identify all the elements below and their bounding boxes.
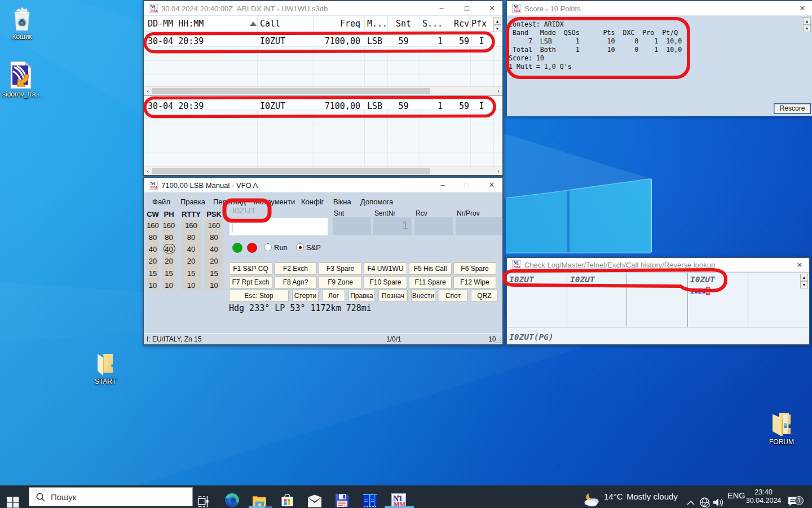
fkey-f9[interactable]: F9 Zone [319,276,362,288]
log-col-rcv[interactable]: Rcv [422,16,469,32]
log-table-header[interactable]: DD-MM HH:MM Call Freq M... Snt S... Rcv … [144,16,502,32]
log-hscrollbar-1[interactable]: ‹ › [144,86,502,95]
fkey-f3[interactable]: F3 Spare [319,262,362,275]
snt-field[interactable] [333,217,371,235]
band-option[interactable]: 160 [147,221,159,230]
edge-browser-icon[interactable] [224,489,240,508]
desktop-icon-sidorov-file[interactable]: sidorov_tra... [2,61,39,98]
band-option[interactable]: 20 [147,257,159,265]
resize-grip-icon[interactable] [495,337,502,344]
fkey-f4[interactable]: F4 UW1WU [364,262,407,275]
band-column-rtty[interactable]: 160 80 40 20 15 10 [181,220,201,290]
entry-window-titlebar[interactable]: N1 + MM 7100,00 LSB Manual - VFO A – □ ✕ [144,178,502,192]
band-option[interactable]: 160 [162,221,175,230]
fkey-f6[interactable]: F6 Spare [453,262,496,275]
band-option[interactable]: 40 [205,245,223,253]
log-pane-2[interactable]: 30-04 20:39 I0ZUT 7100,00 LSB 59 1 59 I [144,96,502,167]
scroll-down-icon[interactable]: ▼ [493,25,501,32]
log-window-titlebar[interactable]: N1 + MM 30.04.2024 20:40:00Z ARI DX INT … [144,1,502,16]
scroll-down-icon[interactable]: ▼ [803,25,811,32]
log-col-mode[interactable]: M... [367,16,386,32]
log-col-freq[interactable]: Freq [315,16,360,32]
volume-icon[interactable] [713,491,725,508]
fkey-f12[interactable]: F12 Wipe [453,276,496,288]
band-option[interactable]: 10 [162,281,175,290]
desktop-icon-forum-folder[interactable]: FORUM [764,412,799,446]
check-log-call[interactable]: I0ZUT [509,275,534,284]
scroll-up-icon[interactable]: ▲ [493,17,501,25]
band-option[interactable]: 10 [181,281,201,290]
qrz-button[interactable]: QRZ [471,290,498,302]
band-column-psk[interactable]: 160 80 40 20 15 10 [205,220,223,290]
tray-chevron-icon[interactable] [686,492,695,508]
check-master-call[interactable]: I0ZUT [570,275,595,284]
weather-icon[interactable] [583,489,601,508]
start-button[interactable] [7,491,19,508]
scroll-right-icon[interactable]: › [495,87,502,95]
band-option[interactable]: 80 [147,233,159,242]
band-option[interactable]: 10 [147,281,159,290]
menu-windows[interactable]: Вікна [333,198,351,206]
desktop-icon-recycle-bin[interactable]: ♻ Кошик [5,6,39,41]
entry-minimize-button[interactable]: – [434,178,451,192]
scroll-up-icon[interactable]: ▲ [800,274,808,281]
floppy-app-icon[interactable]: 51 [335,489,350,508]
run-radio[interactable] [264,243,272,251]
menu-help[interactable]: Допомога [360,198,393,206]
callsign-input[interactable] [230,218,328,235]
fkey-f10[interactable]: F10 Spare [364,276,407,288]
fkey-f8[interactable]: F8 Agn? [274,276,317,288]
sentnr-field[interactable]: 1 [373,217,412,235]
band-option[interactable]: 80 [181,233,201,242]
check-window-titlebar[interactable]: N1 + MM Check Log/Master/Telnet/Exch/Cal… [507,258,809,272]
band-option[interactable]: 10 [205,281,223,290]
score-close-button[interactable]: ✕ [794,1,811,16]
band-option[interactable]: 15 [147,269,159,278]
log-close-button[interactable]: ✕ [484,1,501,16]
band-option[interactable]: 40 [181,245,201,253]
scrollbar-thumb[interactable] [152,168,430,174]
check-exch-call[interactable]: I0ZUT [690,275,715,284]
band-option[interactable]: 15 [181,269,201,278]
weather-condition[interactable]: Mostly cloudy [626,492,678,501]
band-option[interactable]: 15 [162,269,175,278]
band-option[interactable]: 20 [181,257,201,265]
spot-button[interactable]: Спот [439,290,467,302]
score-window-titlebar[interactable]: N1 + MM Score - 10 Points ✕ [507,1,812,16]
fkey-f1[interactable]: F1 S&P CQ [229,262,272,275]
log-maximize-button[interactable]: □ [458,1,475,16]
fkey-f11[interactable]: F11 Spare [409,276,452,288]
file-explorer-icon[interactable] [252,490,267,508]
fkey-f5[interactable]: F5 His Call [409,262,452,275]
log-hscrollbar-2[interactable]: ‹ › [144,167,502,175]
sp-radio[interactable] [296,243,304,251]
check-scroll-spinner[interactable]: ▲ ▼ [800,274,808,288]
fkey-f2[interactable]: F2 Exch [274,262,317,275]
menu-view[interactable]: Перегляд [213,198,246,206]
log-pane-1[interactable]: 30-04 20:39 I0ZUT 7100,00 LSB 59 1 59 I [144,33,502,86]
store-button[interactable]: Внести [411,290,435,302]
esc-stop-button[interactable]: Esc: Stop [229,290,289,302]
desktop-icon-start-folder[interactable]: START [88,353,123,386]
edit-button[interactable]: Правка [348,290,375,302]
band-option[interactable]: 20 [162,257,175,265]
task-view-button[interactable] [197,491,211,508]
menu-config[interactable]: Конфіг [301,198,324,206]
scroll-right-icon[interactable]: › [495,167,502,176]
log-button[interactable]: Лог [322,290,345,302]
microsoft-store-icon[interactable] [280,489,294,508]
network-globe-icon[interactable] [699,491,710,508]
check-close-button[interactable]: ✕ [791,258,808,273]
band-column-ph[interactable]: 160 80 40 20 15 10 [162,220,175,290]
log-scroll-spinner[interactable]: ▲ ▼ [493,17,501,32]
nrprov-field[interactable] [456,217,502,235]
band-column-cw[interactable]: 160 80 40 20 15 10 [147,220,159,290]
band-option[interactable]: 160 [205,221,223,230]
check-reverse-suggestion[interactable]: I0ZUG [690,287,710,295]
n1mm-taskbar-icon[interactable]: N1 + MM [391,489,406,508]
fkey-f7[interactable]: F7 Rpt Exch [229,276,272,288]
log-minimize-button[interactable]: – [433,1,450,16]
band-option[interactable]: 40 [147,245,159,253]
wipe-button[interactable]: Стерти [292,290,319,302]
band-option[interactable]: 80 [205,233,223,242]
